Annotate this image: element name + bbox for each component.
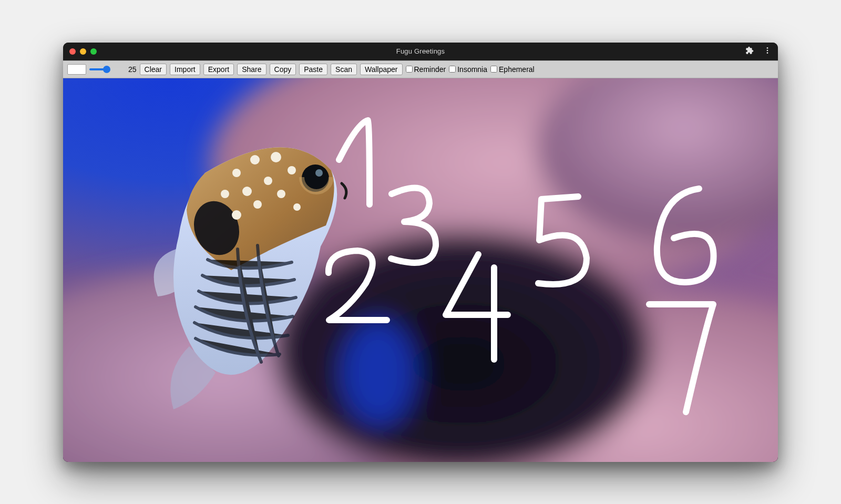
drawing-canvas[interactable] <box>63 78 778 462</box>
color-picker[interactable] <box>67 64 86 75</box>
reminder-checkbox-label[interactable]: Reminder <box>406 65 446 74</box>
scan-button[interactable]: Scan <box>331 64 357 75</box>
reminder-label-text: Reminder <box>414 65 446 74</box>
copy-button[interactable]: Copy <box>270 64 296 75</box>
handwriting-overlay <box>63 78 778 462</box>
kebab-menu-icon[interactable] <box>763 46 772 57</box>
handwritten-digit-2 <box>329 251 387 320</box>
handwritten-digit-4 <box>446 254 508 359</box>
window-zoom-button[interactable] <box>90 48 97 55</box>
toolbar: 25 Clear Import Export Share Copy Paste … <box>63 60 778 78</box>
handwritten-digit-1 <box>339 120 370 204</box>
svg-point-2 <box>767 52 768 54</box>
traffic-lights <box>69 48 97 55</box>
brush-size-slider[interactable] <box>89 68 125 70</box>
import-button[interactable]: Import <box>170 64 200 75</box>
wallpaper-button[interactable]: Wallpaper <box>360 64 403 75</box>
window-title: Fugu Greetings <box>396 47 445 55</box>
insomnia-checkbox[interactable] <box>449 66 456 73</box>
share-button[interactable]: Share <box>237 64 266 75</box>
titlebar: Fugu Greetings <box>63 43 778 60</box>
window-close-button[interactable] <box>69 48 76 55</box>
export-button[interactable]: Export <box>203 64 234 75</box>
insomnia-label-text: Insomnia <box>457 65 487 74</box>
svg-point-1 <box>767 49 768 51</box>
handwritten-digit-3 <box>391 188 436 263</box>
extensions-icon[interactable] <box>745 46 754 57</box>
app-window: Fugu Greetings 25 Clear Import Export Sh… <box>63 43 778 462</box>
ephemeral-checkbox-label[interactable]: Ephemeral <box>490 65 535 74</box>
reminder-checkbox[interactable] <box>406 66 413 73</box>
svg-point-0 <box>767 47 768 49</box>
clear-button[interactable]: Clear <box>140 64 167 75</box>
paste-button[interactable]: Paste <box>299 64 327 75</box>
ephemeral-checkbox[interactable] <box>490 66 497 73</box>
insomnia-checkbox-label[interactable]: Insomnia <box>449 65 487 74</box>
handwritten-digit-7 <box>649 304 713 412</box>
handwritten-digit-6 <box>657 189 714 282</box>
window-minimize-button[interactable] <box>80 48 86 55</box>
handwritten-digit-5 <box>538 197 587 284</box>
brush-size-value: 25 <box>128 65 137 74</box>
ephemeral-label-text: Ephemeral <box>499 65 535 74</box>
